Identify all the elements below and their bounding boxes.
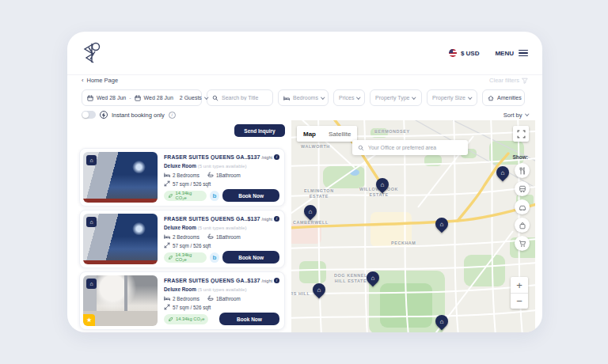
clear-filters-button[interactable]: Clear filters xyxy=(489,77,528,84)
send-inquiry-button[interactable]: Send Inquiry xyxy=(234,124,285,137)
bathrooms-value: 1Bathroom xyxy=(216,234,241,240)
currency-selector[interactable]: $ USD xyxy=(449,49,480,57)
bedrooms-value: 2 Bedrooms xyxy=(173,296,200,301)
map-pin[interactable]: ⌂ xyxy=(364,269,382,287)
chevron-down-icon xyxy=(412,95,416,99)
map-search-box[interactable] xyxy=(352,140,468,155)
cart-toggle-button[interactable] xyxy=(515,236,530,251)
bed-icon xyxy=(283,95,290,101)
availability: (5 unit types available) xyxy=(198,163,247,169)
search-icon xyxy=(212,95,218,101)
map-pin[interactable]: ⌂ xyxy=(494,164,512,182)
fullscreen-icon xyxy=(517,130,526,138)
price-info-icon[interactable]: i xyxy=(274,216,279,222)
b-brand-icon[interactable]: b xyxy=(210,191,219,201)
bag-toggle-button[interactable] xyxy=(515,218,530,233)
map-canvas[interactable]: Map Satellite Show: + − BERMONDSEYWALWOR… xyxy=(291,120,535,332)
taxi-toggle-button[interactable] xyxy=(515,199,530,214)
co2-badge: 14.34kg CO₂e xyxy=(164,252,207,263)
price-value: $137 xyxy=(248,154,260,161)
brand-logo-icon xyxy=(82,41,103,65)
map-pin[interactable]: ⌂ xyxy=(302,203,320,221)
property-size-label: Property Size xyxy=(432,95,466,100)
satellite-tab[interactable]: Satellite xyxy=(322,126,357,142)
guests-value: 2 Guests xyxy=(180,95,202,100)
book-now-button[interactable]: Book Now xyxy=(222,251,279,264)
clear-filters-label: Clear filters xyxy=(489,77,519,84)
map-area-label: WALWORTH xyxy=(301,144,330,150)
co2-badge: 14.34kg CO₂e xyxy=(164,314,208,324)
fullscreen-button[interactable] xyxy=(513,126,529,142)
date-to: Wed 28 Jun xyxy=(144,95,173,100)
instant-booking-toggle[interactable] xyxy=(82,111,96,119)
header: $ USD MENU xyxy=(67,32,542,75)
listing-card[interactable]: ⌂ FRASER SUITES QUEENS GA... $137/nighti… xyxy=(79,148,285,207)
price-info-icon[interactable]: i xyxy=(274,154,279,160)
size-expand-icon xyxy=(164,242,170,248)
hamburger-icon xyxy=(519,50,528,57)
co2-value: 14.34kg CO₂e xyxy=(176,191,203,200)
map-pin[interactable]: ⌂ xyxy=(374,176,392,194)
map-tab[interactable]: Map xyxy=(297,126,322,142)
availability: (5 unit types available) xyxy=(198,225,247,230)
bus-toggle-button[interactable] xyxy=(515,181,530,196)
building-badge-icon: ⌂ xyxy=(86,155,97,165)
title-search-box[interactable] xyxy=(207,89,273,106)
property-type-label: Property Type xyxy=(375,95,409,100)
room-type: Deluxe Room xyxy=(164,225,196,230)
breadcrumb-bar: ‹ Home Page Clear filters xyxy=(67,77,542,84)
menu-button[interactable]: MENU xyxy=(495,50,528,57)
property-type-dropdown[interactable]: Property Type xyxy=(370,89,422,106)
date-guest-picker[interactable]: Wed 28 Jun - Wed 28 Jun 2 Guests xyxy=(82,89,202,106)
leaf-icon xyxy=(168,193,173,199)
amenities-button[interactable]: Amenities xyxy=(482,89,525,106)
property-size-dropdown[interactable]: Property Size xyxy=(427,89,477,106)
info-icon[interactable]: i xyxy=(169,112,176,119)
leaf-icon xyxy=(168,317,173,322)
size-value: 57 sqm / 526 sqft xyxy=(173,305,211,310)
listing-title[interactable]: FRASER SUITES QUEENS GA... xyxy=(164,216,248,222)
book-now-button[interactable]: Book Now xyxy=(219,313,279,325)
price-info-icon[interactable]: i xyxy=(274,278,279,283)
co2-value: 14.34kg CO₂e xyxy=(176,317,204,321)
bed-icon xyxy=(164,233,170,240)
map-pin[interactable]: ⌂ xyxy=(433,215,451,233)
listing-photo: ⌂ ★ xyxy=(83,275,158,326)
bath-icon xyxy=(207,233,214,240)
map-pin[interactable]: ⌂ xyxy=(310,281,329,299)
price-value: $137 xyxy=(248,277,260,284)
restaurant-toggle-button[interactable] xyxy=(515,163,530,178)
back-link[interactable]: ‹ Home Page xyxy=(82,77,118,84)
instant-booking-icon xyxy=(100,111,108,119)
bedrooms-value: 2 Bedrooms xyxy=(173,173,200,178)
size-value: 57 sqm / 526 sqft xyxy=(173,243,211,248)
listing-card[interactable]: ⌂ ★ FRASER SUITES QUEENS GA... $137/nigh… xyxy=(79,271,285,330)
map-search-input[interactable] xyxy=(368,145,462,150)
co2-badge: 14.34kg CO₂e xyxy=(164,191,207,201)
sort-by-dropdown[interactable]: Sort by xyxy=(504,112,528,119)
price-suffix: /night xyxy=(262,279,272,283)
listing-card[interactable]: ⌂ FRASER SUITES QUEENS GA... $137/nighti… xyxy=(79,210,285,268)
bus-icon xyxy=(519,185,526,193)
listing-title[interactable]: FRASER SUITES QUEENS GA... xyxy=(164,154,248,160)
map-pin[interactable]: ⌂ xyxy=(433,313,451,331)
search-input[interactable] xyxy=(222,95,268,100)
bag-icon xyxy=(519,222,526,229)
book-now-button[interactable]: Book Now xyxy=(222,189,279,202)
map-area-label: BERMONDSEY xyxy=(374,129,410,135)
zoom-in-button[interactable]: + xyxy=(511,277,528,293)
map-type-control: Map Satellite xyxy=(297,126,357,142)
filter-bar: Wed 28 Jun - Wed 28 Jun 2 Guests Bedroom… xyxy=(82,89,528,106)
listing-title[interactable]: FRASER SUITES QUEENS GA... xyxy=(164,278,248,283)
us-flag-icon xyxy=(449,49,457,57)
b-brand-icon[interactable]: b xyxy=(210,252,219,263)
zoom-out-button[interactable]: − xyxy=(511,293,528,309)
building-badge-icon: ⌂ xyxy=(86,279,97,289)
prices-label: Prices xyxy=(339,95,354,100)
room-type: Deluxe Room xyxy=(164,163,196,169)
prices-dropdown[interactable]: Prices xyxy=(333,89,365,106)
calendar-icon xyxy=(135,95,141,101)
show-label: Show: xyxy=(513,154,529,160)
price-suffix: /night xyxy=(262,155,272,160)
bedrooms-dropdown[interactable]: Bedrooms xyxy=(278,89,329,106)
